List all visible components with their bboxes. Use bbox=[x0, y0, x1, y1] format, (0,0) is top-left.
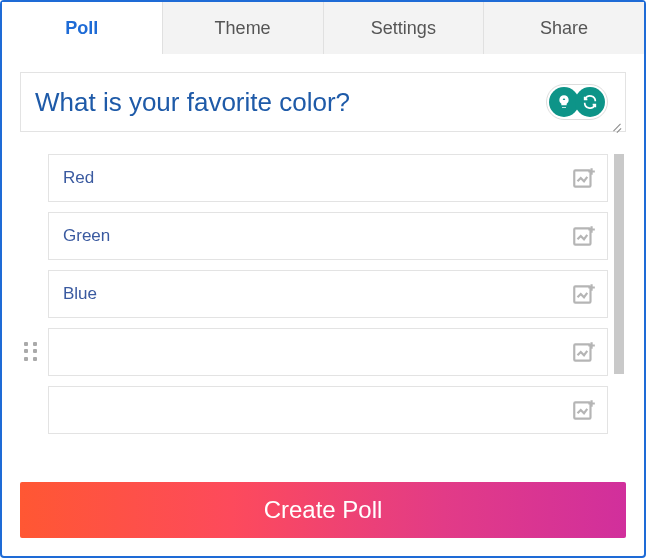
tab-settings[interactable]: Settings bbox=[324, 2, 485, 54]
option-input[interactable] bbox=[63, 226, 571, 246]
poll-builder-window: Poll Theme Settings Share bbox=[0, 0, 646, 558]
add-image-icon[interactable] bbox=[571, 223, 597, 249]
footer: Create Poll bbox=[2, 470, 644, 556]
tab-label: Poll bbox=[65, 18, 98, 39]
tab-label: Share bbox=[540, 18, 588, 39]
tab-label: Settings bbox=[371, 18, 436, 39]
option-row bbox=[48, 270, 608, 318]
question-container bbox=[20, 72, 626, 132]
add-image-icon[interactable] bbox=[571, 165, 597, 191]
drag-handle[interactable] bbox=[24, 342, 40, 362]
option-row bbox=[48, 386, 608, 434]
tab-bar: Poll Theme Settings Share bbox=[2, 2, 644, 54]
option-row bbox=[48, 212, 608, 260]
option-input[interactable] bbox=[63, 342, 571, 362]
tab-poll[interactable]: Poll bbox=[2, 2, 163, 54]
create-poll-label: Create Poll bbox=[264, 496, 383, 523]
refresh-icon bbox=[582, 94, 598, 110]
question-input[interactable] bbox=[20, 72, 626, 132]
option-row bbox=[48, 154, 608, 202]
options-area bbox=[20, 154, 626, 458]
option-input[interactable] bbox=[63, 168, 571, 188]
option-input[interactable] bbox=[63, 284, 571, 304]
ai-tools-pill bbox=[546, 84, 608, 120]
option-box bbox=[48, 386, 608, 434]
lightbulb-icon bbox=[556, 94, 572, 110]
add-image-icon[interactable] bbox=[571, 397, 597, 423]
create-poll-button[interactable]: Create Poll bbox=[20, 482, 626, 538]
option-box bbox=[48, 154, 608, 202]
tab-share[interactable]: Share bbox=[484, 2, 644, 54]
add-image-icon[interactable] bbox=[571, 281, 597, 307]
tab-theme[interactable]: Theme bbox=[163, 2, 324, 54]
scrollbar-thumb[interactable] bbox=[614, 154, 624, 374]
regenerate-button[interactable] bbox=[575, 87, 605, 117]
options-list bbox=[20, 154, 612, 458]
option-box bbox=[48, 212, 608, 260]
add-image-icon[interactable] bbox=[571, 339, 597, 365]
scrollbar[interactable] bbox=[612, 154, 626, 458]
option-input[interactable] bbox=[63, 400, 571, 420]
option-box bbox=[48, 328, 608, 376]
tab-label: Theme bbox=[215, 18, 271, 39]
option-row bbox=[48, 328, 608, 376]
option-box bbox=[48, 270, 608, 318]
content-area bbox=[2, 54, 644, 470]
